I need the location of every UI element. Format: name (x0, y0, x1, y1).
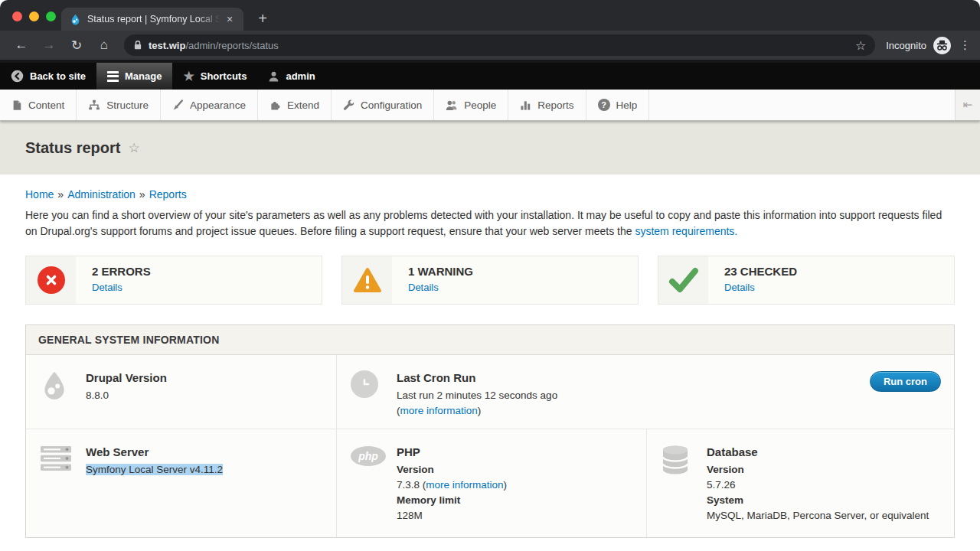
system-info-grid: Drupal Version 8.8.0 Last Cron Run L (26, 355, 954, 537)
tab-strip: Status report | Symfony Local Se × + (0, 0, 980, 31)
tray-label: People (464, 99, 496, 111)
tab-close-icon[interactable]: × (223, 12, 237, 26)
breadcrumb-administration-link[interactable]: Administration (67, 188, 136, 201)
extend-icon (270, 99, 281, 111)
drupal-admin-bar: Back to site Manage ★ Shortcuts admin (0, 63, 980, 90)
tray-item-reports[interactable]: Reports (508, 90, 586, 120)
php-more-info-link[interactable]: more information (426, 479, 503, 491)
lock-icon (133, 40, 142, 51)
web-server-value: Symfony Local Server v4.11.2 (86, 464, 223, 475)
structure-icon (88, 99, 100, 111)
url-path: /admin/reports/status (185, 40, 278, 51)
warnings-details-link[interactable]: Details (408, 282, 439, 293)
checked-count: 23 CHECKED (724, 265, 797, 278)
errors-card: 2 ERRORS Details (25, 256, 322, 305)
shortcuts-star-icon: ★ (183, 69, 194, 83)
tray-item-help[interactable]: ? Help (586, 90, 650, 120)
back-to-site-label: Back to site (30, 70, 86, 82)
tray-item-extend[interactable]: Extend (258, 90, 332, 120)
tray-item-structure[interactable]: Structure (77, 90, 161, 120)
incognito-icon (933, 36, 952, 55)
web-server-cell: Web Server Symfony Local Server v4.11.2 (26, 429, 337, 537)
manage-menu-item[interactable]: Manage (96, 63, 172, 90)
database-system-label: System (707, 493, 942, 508)
system-requirements-link[interactable]: system requirements. (635, 225, 737, 237)
intro-paragraph: Here you can find a short overview of yo… (25, 207, 955, 240)
new-tab-button[interactable]: + (251, 7, 274, 30)
url-host: test.wip (149, 40, 185, 51)
configuration-icon (343, 99, 354, 111)
home-icon[interactable]: ⌂ (93, 34, 115, 56)
drupal-logo-icon (40, 370, 69, 403)
close-window-button[interactable] (12, 11, 22, 21)
server-icon (40, 445, 72, 472)
tray-item-appearance[interactable]: Appearance (161, 90, 258, 120)
run-cron-button[interactable]: Run cron (870, 371, 941, 392)
forward-icon[interactable]: → (38, 34, 60, 56)
minimize-window-button[interactable] (29, 11, 39, 21)
browser-menu-icon[interactable]: ⋮ (959, 38, 971, 52)
database-icon (661, 445, 690, 475)
errors-details-link[interactable]: Details (92, 282, 122, 293)
checked-details-link[interactable]: Details (724, 282, 755, 293)
cron-title: Last Cron Run (397, 370, 942, 386)
database-system-value: MySQL, MariaDB, Percona Server, or equiv… (707, 508, 942, 523)
bookmark-star-icon[interactable]: ☆ (855, 38, 866, 53)
back-to-site-link[interactable]: Back to site (0, 63, 96, 90)
content-icon (11, 99, 22, 111)
web-server-title: Web Server (86, 445, 324, 460)
address-bar[interactable]: test.wip /admin/reports/status ☆ (124, 34, 875, 56)
back-circle-icon (11, 70, 24, 83)
browser-tab[interactable]: Status report | Symfony Local Se × (61, 8, 243, 31)
cron-more-info-link[interactable]: more information (400, 405, 478, 416)
errors-count: 2 ERRORS (92, 265, 151, 278)
intro-text: Here you can find a short overview of yo… (25, 209, 942, 237)
drupal-tray: Content Structure Appearance Extend Conf… (0, 90, 980, 121)
breadcrumb-separator: » (139, 188, 145, 201)
tray-label: Configuration (361, 99, 422, 111)
user-label: admin (286, 70, 315, 82)
php-cell: php PHP Version 7.3.8 (more information)… (337, 429, 647, 537)
reload-icon[interactable]: ↻ (66, 34, 87, 56)
breadcrumb-home-link[interactable]: Home (25, 188, 54, 201)
browser-toolbar: ← → ↻ ⌂ test.wip /admin/reports/status ☆… (0, 31, 980, 60)
tray-item-configuration[interactable]: Configuration (332, 90, 434, 120)
tray-collapse-button[interactable]: ⇤ (955, 90, 980, 120)
tray-label: Help (616, 99, 638, 111)
tray-label: Reports (537, 99, 573, 111)
favorite-star-icon[interactable]: ☆ (128, 140, 139, 156)
incognito-label: Incognito (886, 40, 926, 51)
warnings-card: 1 WARNING Details (341, 256, 639, 305)
check-icon (668, 267, 699, 293)
page-content: Status report ☆ Home»Administration»Repo… (0, 121, 980, 551)
clock-icon (351, 370, 378, 398)
database-title: Database (707, 445, 942, 460)
drupal-favicon (70, 14, 81, 25)
breadcrumb-reports-link[interactable]: Reports (149, 188, 187, 201)
database-version-label: Version (707, 462, 942, 478)
last-cron-run-cell: Last Cron Run Last run 2 minutes 12 seco… (337, 355, 954, 429)
shortcuts-label: Shortcuts (201, 70, 247, 82)
drupal-version-title: Drupal Version (86, 370, 324, 386)
hamburger-icon (107, 71, 119, 82)
manage-label: Manage (125, 70, 162, 82)
tray-label: Content (28, 99, 64, 111)
back-icon[interactable]: ← (11, 34, 32, 56)
tray-item-content[interactable]: Content (0, 90, 77, 120)
drupal-version-cell: Drupal Version 8.8.0 (26, 355, 337, 429)
user-menu-item[interactable]: admin (257, 63, 325, 90)
php-memory-label: Memory limit (397, 493, 634, 508)
maximize-window-button[interactable] (46, 11, 56, 21)
shortcuts-menu-item[interactable]: ★ Shortcuts (172, 63, 257, 90)
tab-title: Status report | Symfony Local Se (87, 14, 223, 24)
panel-heading: GENERAL SYSTEM INFORMATION (26, 325, 954, 355)
php-logo-icon: php (351, 446, 386, 466)
drupal-version-value: 8.8.0 (86, 388, 324, 403)
page-header: Status report ☆ (0, 121, 980, 174)
main-content: Home»Administration»Reports Here you can… (0, 174, 980, 538)
appearance-icon (172, 99, 184, 111)
warnings-count: 1 WARNING (408, 265, 473, 278)
tray-item-people[interactable]: People (434, 90, 508, 120)
php-title: PHP (397, 445, 634, 460)
breadcrumb: Home»Administration»Reports (25, 188, 955, 201)
